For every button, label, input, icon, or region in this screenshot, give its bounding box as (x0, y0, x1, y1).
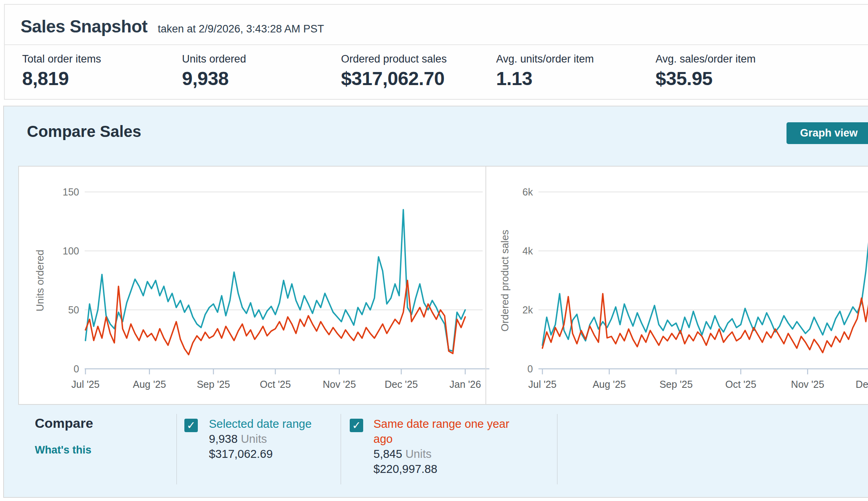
legend-units-word: Units (406, 448, 432, 460)
units-ordered-chart[interactable]: 050100150Jul '25Aug '25Sep '25Oct '25Nov… (19, 167, 485, 404)
whats-this-link[interactable]: What's this (35, 444, 91, 456)
legend-units-line: 9,938 Units (209, 431, 351, 446)
legend-sales-value: $317,062.69 (209, 446, 351, 461)
legend-item-year-ago: Same date range one year ago 5,845 Units… (373, 416, 516, 476)
svg-text:Nov '25: Nov '25 (323, 379, 356, 390)
legend-divider (176, 414, 177, 484)
snapshot-title-row: Sales Snapshot taken at 2/9/2026, 3:43:2… (5, 5, 868, 45)
units-ordered-chart-panel: 050100150Jul '25Aug '25Sep '25Oct '25Nov… (19, 167, 485, 404)
sales-snapshot-panel: Sales Snapshot taken at 2/9/2026, 3:43:2… (4, 4, 868, 100)
svg-text:Dec '25: Dec '25 (856, 379, 868, 390)
legend-units-value: 9,938 (209, 433, 238, 445)
stat-value: $317,062.70 (341, 68, 496, 89)
svg-text:Aug '25: Aug '25 (133, 379, 166, 390)
stat-value: 1.13 (496, 68, 656, 89)
page-title: Sales Snapshot (21, 17, 148, 36)
legend-series-label: Same date range one year ago (373, 416, 516, 446)
stat-value: 8,819 (22, 68, 182, 89)
svg-text:Jan '26: Jan '26 (449, 379, 481, 390)
stat-label: Ordered product sales (341, 53, 496, 65)
svg-text:2k: 2k (523, 304, 533, 315)
stat-label: Avg. units/order item (496, 53, 656, 65)
svg-text:Dec '25: Dec '25 (385, 379, 418, 390)
year-ago-range-checkbox[interactable] (350, 419, 363, 432)
snapshot-timestamp: taken at 2/9/2026, 3:43:28 AM PST (158, 23, 324, 35)
stat-avg-units-order-item: Avg. units/order item 1.13 (496, 53, 656, 89)
legend-item-selected-range: Selected date range 9,938 Units $317,062… (209, 416, 351, 461)
legend-units-word: Units (241, 433, 267, 445)
legend-divider (557, 414, 557, 484)
compare-sales-title: Compare Sales (27, 123, 141, 140)
svg-text:0: 0 (527, 363, 533, 374)
stat-ordered-product-sales: Ordered product sales $317,062.70 (341, 53, 496, 89)
svg-text:4k: 4k (523, 245, 533, 256)
stat-units-ordered: Units ordered 9,938 (182, 53, 341, 89)
svg-text:Oct '25: Oct '25 (725, 379, 756, 390)
selected-date-range-checkbox[interactable] (184, 419, 198, 432)
svg-text:Jul '25: Jul '25 (528, 379, 556, 390)
graph-view-button[interactable]: Graph view (787, 122, 868, 144)
sales-dashboard-page: Sales Snapshot taken at 2/9/2026, 3:43:2… (0, 0, 868, 501)
svg-text:Nov '25: Nov '25 (791, 379, 824, 390)
stat-label: Avg. sales/order item (656, 53, 868, 65)
ordered-product-sales-chart-panel: 02k4k6kJul '25Aug '25Sep '25Oct '25Nov '… (485, 167, 868, 404)
svg-text:50: 50 (68, 304, 79, 315)
legend-sales-value: $220,997.88 (373, 461, 516, 476)
svg-text:Sep '25: Sep '25 (197, 379, 230, 390)
svg-text:Ordered product sales: Ordered product sales (499, 230, 511, 331)
stat-label: Units ordered (182, 53, 341, 65)
compare-legend-heading: Compare (35, 416, 93, 431)
legend-units-value: 5,845 (373, 448, 402, 460)
legend-units-line: 5,845 Units (373, 446, 516, 461)
stat-total-order-items: Total order items 8,819 (22, 53, 182, 89)
stats-row: Total order items 8,819 Units ordered 9,… (5, 45, 868, 89)
legend-series-label: Selected date range (209, 416, 351, 431)
svg-text:150: 150 (63, 186, 79, 197)
svg-text:6k: 6k (523, 186, 533, 197)
stat-value: 9,938 (182, 68, 341, 89)
svg-text:Oct '25: Oct '25 (260, 379, 291, 390)
compare-sales-chart-card: 050100150Jul '25Aug '25Sep '25Oct '25Nov… (18, 166, 868, 405)
ordered-product-sales-chart[interactable]: 02k4k6kJul '25Aug '25Sep '25Oct '25Nov '… (486, 167, 868, 404)
check-icon (184, 419, 198, 432)
svg-text:Units ordered: Units ordered (34, 250, 46, 311)
stat-avg-sales-order-item: Avg. sales/order item $35.95 (656, 53, 868, 89)
svg-text:100: 100 (63, 245, 79, 256)
check-icon (350, 419, 363, 432)
stat-value: $35.95 (656, 68, 868, 89)
svg-text:Jul '25: Jul '25 (71, 379, 99, 390)
svg-text:0: 0 (74, 363, 79, 374)
stat-label: Total order items (22, 53, 182, 65)
svg-text:Sep '25: Sep '25 (660, 379, 693, 390)
svg-text:Aug '25: Aug '25 (593, 379, 626, 390)
